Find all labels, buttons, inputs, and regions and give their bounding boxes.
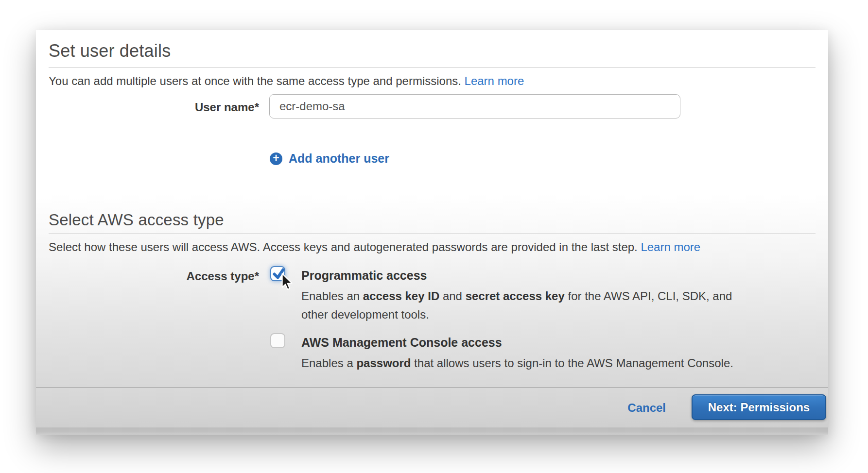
user-details-description: You can add multiple users at once with … [49, 74, 524, 88]
description-bold: secret access key [466, 289, 565, 303]
divider [49, 233, 816, 234]
next-permissions-button[interactable]: Next: Permissions [692, 394, 826, 420]
description-text: Select how these users will access AWS. … [49, 240, 638, 253]
description-text: Enables a [301, 356, 356, 370]
description-text: and [439, 289, 465, 303]
plus-icon: + [270, 152, 282, 165]
add-user-panel: Set user details You can add multiple us… [36, 30, 828, 435]
section-title-user-details: Set user details [49, 41, 171, 61]
console-access-title: AWS Management Console access [301, 335, 733, 350]
add-another-user-label: Add another user [289, 152, 389, 166]
description-bold: access key ID [363, 289, 439, 303]
add-another-user-link[interactable]: + Add another user [270, 152, 389, 166]
programmatic-access-option: Programmatic access Enables an access ke… [301, 268, 732, 324]
console-access-checkbox[interactable] [270, 333, 285, 348]
console-access-description: Enables a password that allows users to … [301, 354, 733, 372]
cancel-button[interactable]: Cancel [627, 401, 666, 415]
programmatic-access-description: Enables an access key ID and secret acce… [301, 287, 732, 324]
console-access-option: AWS Management Console access Enables a … [301, 335, 733, 372]
programmatic-access-checkbox[interactable] [270, 266, 285, 281]
description-text: Enables an [301, 289, 363, 303]
check-icon [271, 266, 286, 281]
programmatic-access-title: Programmatic access [301, 268, 732, 283]
section-title-access-type: Select AWS access type [49, 211, 224, 229]
panel-content: Set user details You can add multiple us… [36, 30, 828, 387]
wizard-footer: Cancel Next: Permissions [36, 387, 828, 435]
access-type-label: Access type* [49, 269, 259, 284]
description-text: You can add multiple users at once with … [49, 74, 461, 87]
learn-more-link-user-details[interactable]: Learn more [465, 74, 524, 87]
description-text: that allows users to sign-in to the AWS … [411, 356, 733, 370]
description-bold: password [356, 356, 411, 370]
description-text: for the AWS API, CLI, SDK, and [565, 289, 732, 303]
divider [49, 67, 816, 68]
access-type-description: Select how these users will access AWS. … [49, 240, 700, 254]
learn-more-link-access-type[interactable]: Learn more [641, 240, 700, 253]
user-name-input[interactable] [269, 94, 680, 118]
description-text: other development tools. [301, 308, 429, 321]
user-name-label: User name* [49, 100, 259, 115]
